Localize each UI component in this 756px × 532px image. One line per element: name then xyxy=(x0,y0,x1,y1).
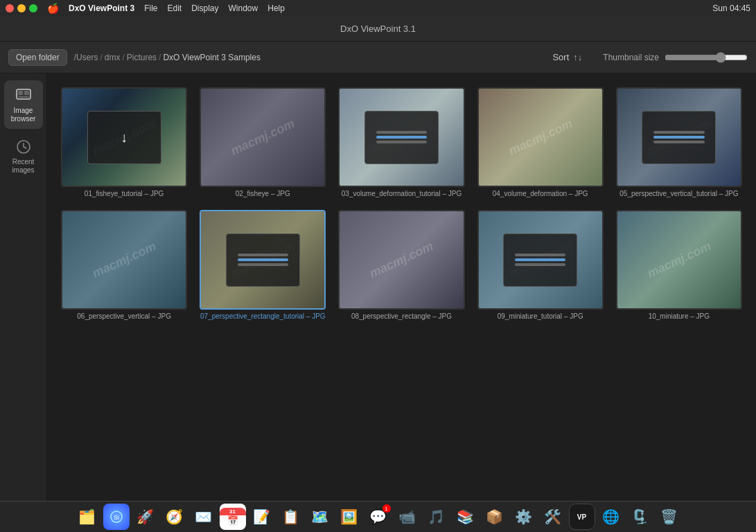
titlebar: DxO ViewPoint 3.1 xyxy=(0,17,756,42)
breadcrumb-current: DxO ViewPoint 3 Samples xyxy=(163,53,261,62)
sidebar-item-image-browser[interactable]: Image browser xyxy=(4,80,43,129)
image-cell-5[interactable]: macmj.com05_perspective_vertical_tutoria… xyxy=(613,85,745,200)
messages-badge: 1 xyxy=(383,504,391,513)
image-label-7: 07_perspective_rectangle_tutorial – JPG xyxy=(200,312,326,320)
dock-facetime[interactable]: 📹 xyxy=(394,504,421,530)
minimize-button[interactable] xyxy=(17,4,26,12)
recent-images-icon xyxy=(14,137,33,157)
dock-books[interactable]: 📚 xyxy=(452,504,479,530)
image-cell-7[interactable]: macmj.com07_perspective_rectangle_tutori… xyxy=(197,207,328,323)
traffic-lights xyxy=(6,4,37,12)
breadcrumb-sep3: / xyxy=(159,53,161,62)
image-cell-4[interactable]: macmj.com04_volume_deformation – JPG xyxy=(475,85,606,200)
sort-label: Sort xyxy=(552,52,569,62)
dock-appstore[interactable]: 📦 xyxy=(482,504,508,530)
image-label-8: 08_perspective_rectangle – JPG xyxy=(351,312,452,320)
dock-network[interactable]: 🌐 xyxy=(598,504,624,530)
dock-safari[interactable]: 🧭 xyxy=(161,504,188,530)
dock-archive[interactable]: 🗜️ xyxy=(627,504,653,530)
image-cell-9[interactable]: macmj.com09_miniature_tutorial – JPG xyxy=(475,207,606,323)
dock-system-prefs[interactable]: ⚙️ xyxy=(511,504,537,530)
svg-rect-3 xyxy=(18,96,29,98)
image-label-10: 10_miniature – JPG xyxy=(649,312,710,320)
dock-migration[interactable]: 🛠️ xyxy=(540,504,566,530)
image-label-1: 01_fisheye_tutorial – JPG xyxy=(85,190,164,197)
svg-rect-2 xyxy=(24,91,29,95)
dock: 🗂️ Si 🚀 🧭 ✉️ 31 📅 📝 📋 🗺️ 🖼️ 💬 1 📹 🎵 📚 📦 … xyxy=(0,501,756,532)
dock-viewpoint[interactable]: VP xyxy=(569,504,595,530)
dock-music[interactable]: 🎵 xyxy=(423,504,450,530)
open-folder-button[interactable]: Open folder xyxy=(8,49,67,66)
image-label-4: 04_volume_deformation – JPG xyxy=(493,190,588,197)
menubar-right: Sun 04:45 xyxy=(712,3,750,13)
dock-calendar[interactable]: 31 📅 xyxy=(220,504,246,530)
app-name[interactable]: DxO ViewPoint 3 xyxy=(69,3,134,13)
image-cell-3[interactable]: macmj.com03_volume_deformation_tutorial … xyxy=(335,85,467,200)
menu-display[interactable]: Display xyxy=(191,3,218,13)
breadcrumb-sep2: / xyxy=(122,53,124,62)
menu-items: File Edit Display Window Help xyxy=(144,3,285,13)
sidebar: Image browser Recent images xyxy=(0,73,47,501)
menubar: 🍎 DxO ViewPoint 3 File Edit Display Wind… xyxy=(0,0,756,17)
image-cell-8[interactable]: macmj.com08_perspective_rectangle – JPG xyxy=(335,207,467,323)
toolbar: Open folder /Users / dmx / Pictures / Dx… xyxy=(0,42,756,73)
sidebar-item-recent-label: Recent images xyxy=(8,158,39,175)
dock-reminders[interactable]: 📋 xyxy=(278,504,304,530)
breadcrumb-sep1: / xyxy=(100,53,102,62)
image-label-3: 03_volume_deformation_tutorial – JPG xyxy=(342,190,461,197)
sort-arrows-button[interactable]: ↑↓ xyxy=(573,52,582,62)
sidebar-item-image-browser-label: Image browser xyxy=(8,107,39,123)
menu-help[interactable]: Help xyxy=(267,3,285,13)
close-button[interactable] xyxy=(6,4,14,12)
breadcrumb: /Users / dmx / Pictures / DxO ViewPoint … xyxy=(74,53,261,62)
svg-text:Si: Si xyxy=(113,514,118,521)
apple-menu[interactable]: 🍎 xyxy=(47,3,59,14)
dock-maps[interactable]: 🗺️ xyxy=(307,504,333,530)
image-browser-icon xyxy=(14,86,33,105)
menubar-clock: Sun 04:45 xyxy=(712,3,750,13)
image-cell-1[interactable]: macmj.com↓01_fisheye_tutorial – JPG xyxy=(58,85,190,200)
dock-trash[interactable]: 🗑️ xyxy=(656,504,683,530)
dock-photos[interactable]: 🖼️ xyxy=(336,504,362,530)
maximize-button[interactable] xyxy=(29,4,37,12)
image-label-9: 09_miniature_tutorial – JPG xyxy=(498,312,583,320)
dock-finder[interactable]: 🗂️ xyxy=(74,504,100,530)
breadcrumb-pictures: Pictures xyxy=(127,53,157,62)
image-cell-2[interactable]: macmj.com02_fisheye – JPG xyxy=(197,85,328,200)
dock-mail[interactable]: ✉️ xyxy=(191,504,217,530)
image-label-6: 06_perspective_vertical – JPG xyxy=(77,312,171,320)
dock-messages[interactable]: 💬 1 xyxy=(365,504,392,530)
menu-edit[interactable]: Edit xyxy=(167,3,182,13)
thumbnail-size-label: Thumbnail size xyxy=(603,53,659,62)
svg-rect-1 xyxy=(18,91,23,95)
thumbnail-size-section: Thumbnail size xyxy=(603,52,748,63)
dock-notes[interactable]: 📝 xyxy=(249,504,275,530)
breadcrumb-dmx: dmx xyxy=(105,53,121,62)
menu-window[interactable]: Window xyxy=(229,3,258,13)
image-cell-10[interactable]: macmj.com10_miniature – JPG xyxy=(613,207,745,323)
image-grid: macmj.com↓01_fisheye_tutorial – JPGmacmj… xyxy=(54,80,749,327)
main-layout: Image browser Recent images macmj.com↓01… xyxy=(0,73,756,501)
image-label-2: 02_fisheye – JPG xyxy=(236,190,290,197)
sort-section: Sort ↑↓ xyxy=(552,52,582,62)
dock-siri[interactable]: Si xyxy=(103,504,130,530)
image-grid-container: macmj.com↓01_fisheye_tutorial – JPGmacmj… xyxy=(47,73,756,501)
thumbnail-size-slider[interactable] xyxy=(665,52,748,63)
image-label-5: 05_perspective_vertical_tutorial – JPG xyxy=(619,190,738,197)
breadcrumb-users: /Users xyxy=(74,53,98,62)
menu-file[interactable]: File xyxy=(144,3,157,13)
dock-launchpad[interactable]: 🚀 xyxy=(132,504,159,530)
sidebar-item-recent-images[interactable]: Recent images xyxy=(4,132,43,180)
app-title: DxO ViewPoint 3.1 xyxy=(340,24,416,34)
image-cell-6[interactable]: macmj.com06_perspective_vertical – JPG xyxy=(58,207,190,323)
